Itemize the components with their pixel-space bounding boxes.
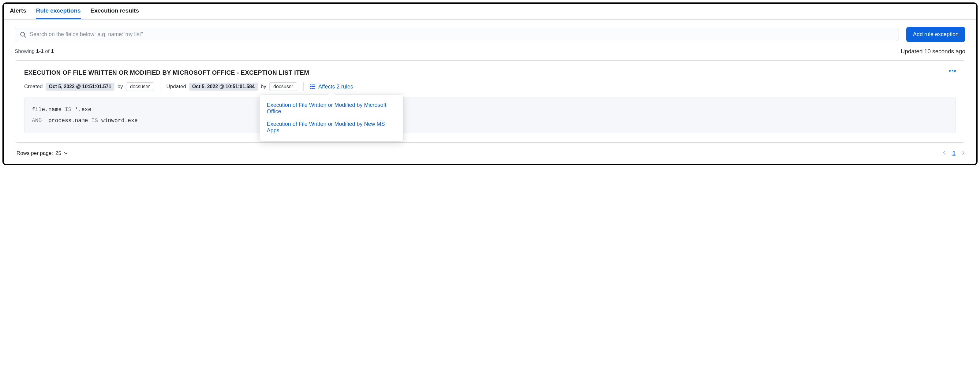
updated-by-user: docsuser: [269, 82, 297, 91]
created-by-label: by: [118, 84, 123, 90]
next-page-button[interactable]: [961, 150, 965, 156]
affected-rule-link[interactable]: Execution of File Written or Modified by…: [259, 99, 403, 118]
list-icon: [310, 84, 315, 89]
tab-rule-exceptions[interactable]: Rule exceptions: [36, 7, 81, 19]
updated-time: Updated 10 seconds ago: [901, 48, 965, 55]
search-field-container[interactable]: [15, 28, 899, 41]
add-rule-exception-button[interactable]: Add rule exception: [906, 27, 965, 42]
query-line: AND process.name IS winword.exe: [32, 115, 948, 126]
divider: [303, 82, 304, 91]
tab-execution-results[interactable]: Execution results: [91, 7, 139, 19]
svg-point-4: [310, 88, 311, 89]
showing-count: Showing 1-1 of 1: [15, 48, 54, 54]
chevron-right-icon: [961, 151, 965, 155]
exception-info-row: Created Oct 5, 2022 @ 10:51:01.571 by do…: [24, 82, 956, 91]
affects-rules-popover: Execution of File Written or Modified by…: [259, 95, 403, 141]
affects-rules-label: Affects 2 rules: [318, 84, 353, 90]
divider: [160, 82, 161, 91]
svg-point-2: [310, 84, 311, 85]
tabs-bar: Alerts Rule exceptions Execution results: [4, 4, 976, 19]
page-number-current[interactable]: 1: [952, 150, 956, 157]
search-icon: [20, 32, 26, 38]
more-actions-icon[interactable]: [950, 69, 956, 72]
footer-row: Rows per page: 25 1: [4, 143, 976, 164]
query-line: file.name IS *.exe: [32, 104, 948, 115]
tab-alerts[interactable]: Alerts: [10, 7, 26, 19]
prev-page-button[interactable]: [942, 150, 947, 156]
created-date-badge: Oct 5, 2022 @ 10:51:01.571: [46, 83, 114, 91]
updated-by-label: by: [261, 84, 266, 90]
created-label: Created: [24, 84, 43, 90]
results-meta-row: Showing 1-1 of 1 Updated 10 seconds ago: [4, 45, 976, 59]
affected-rule-link[interactable]: Execution of File Written or Modified by…: [259, 118, 403, 137]
updated-date-badge: Oct 5, 2022 @ 10:51:01.584: [189, 83, 258, 91]
chevron-left-icon: [942, 151, 947, 155]
chevron-down-icon: [64, 151, 68, 156]
svg-point-3: [310, 86, 311, 87]
exception-card: EXECUTION OF FILE WRITTEN OR MODIFIED BY…: [15, 60, 965, 143]
toolbar: Add rule exception: [4, 19, 976, 45]
svg-line-1: [24, 35, 26, 37]
rows-per-page-selector[interactable]: Rows per page: 25: [16, 150, 68, 156]
search-input[interactable]: [30, 31, 894, 38]
updated-label: Updated: [167, 84, 186, 90]
created-by-user: docsuser: [126, 82, 154, 91]
pagination: 1: [942, 150, 965, 157]
exception-title: EXECUTION OF FILE WRITTEN OR MODIFIED BY…: [24, 69, 309, 76]
query-criteria: file.name IS *.exe AND process.name IS w…: [24, 97, 956, 133]
affects-rules-link[interactable]: Affects 2 rules Execution of File Writte…: [310, 84, 353, 90]
